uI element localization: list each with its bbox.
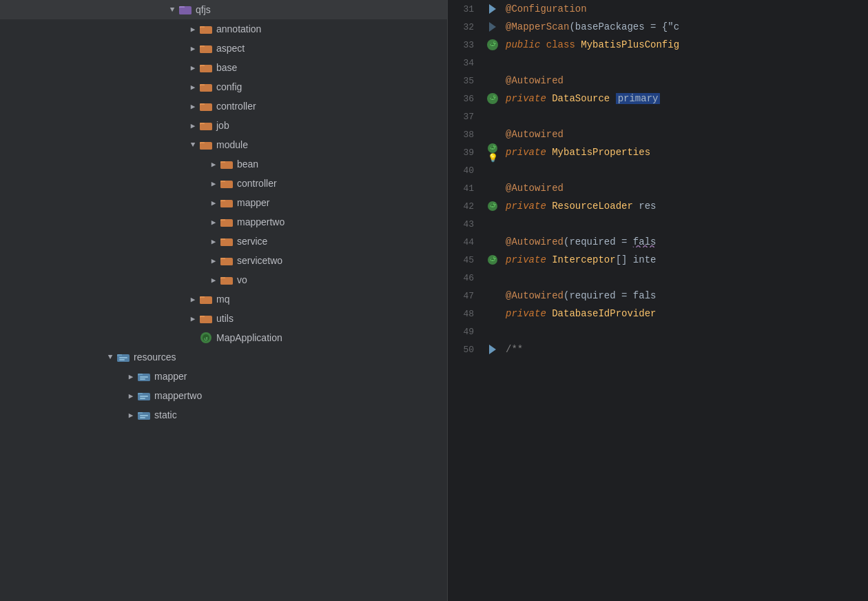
tree-item-servicetwo[interactable]: ▶ servicetwo — [0, 251, 447, 270]
code-line-35[interactable]: 35 @Autowired — [448, 72, 868, 90]
datasource-type: DataSource — [552, 93, 615, 104]
tree-item-module[interactable]: ▼ module — [0, 135, 447, 154]
code-line-33[interactable]: 33 public class MybatisPlusConfig — [448, 36, 868, 54]
code-line-46: 46 — [448, 269, 868, 287]
code-line-31[interactable]: 31 @Configuration — [448, 0, 868, 18]
code-content-31: @Configuration — [503, 3, 868, 14]
line-num-47: 47 — [448, 291, 482, 301]
svg-rect-20 — [200, 124, 212, 130]
folder-icon-mapper — [220, 197, 233, 208]
line-num-40: 40 — [448, 165, 482, 176]
folder-icon-qfjs — [179, 4, 192, 15]
bean-icon-39 — [487, 143, 498, 154]
arrow-res-mapper: ▶ — [124, 372, 138, 381]
code-line-41[interactable]: 41 @Autowired — [448, 179, 868, 197]
code-content-33: public class MybatisPlusConfig — [503, 39, 868, 50]
code-line-44[interactable]: 44 @Autowired(required = fals — [448, 233, 868, 251]
code-line-38[interactable]: 38 @Autowired — [448, 125, 868, 143]
tree-item-mappertwo[interactable]: ▶ mappertwo — [0, 212, 447, 232]
folder-icon-bean — [220, 159, 233, 170]
code-line-47[interactable]: 47 @Autowired(required = fals — [448, 287, 868, 305]
line-num-43: 43 — [448, 219, 482, 230]
kw-private-39: private — [506, 147, 552, 158]
line-num-50: 50 — [448, 345, 482, 355]
annotation-autowired-38: @Autowired — [506, 129, 564, 140]
code-line-48[interactable]: 48 private DatabaseIdProvider — [448, 305, 868, 323]
code-content-45: private Interceptor[] inte — [503, 254, 868, 265]
folder-icon-module — [200, 139, 212, 150]
tree-item-service[interactable]: ▶ service — [0, 232, 447, 251]
folder-icon-module-controller — [220, 178, 233, 189]
tree-item-res-mappertwo[interactable]: ▶ mappertwo — [0, 386, 447, 405]
arrow-aspect: ▶ — [186, 44, 200, 53]
tree-item-resources[interactable]: ▼ resources — [0, 347, 447, 367]
tree-item-qfjs[interactable]: ▼ qfjs — [0, 0, 447, 19]
code-line-40: 40 — [448, 161, 868, 179]
arrow-utils: ▶ — [186, 314, 200, 323]
arrow-mq: ▶ — [186, 295, 200, 304]
bookmark-icon-32 — [489, 22, 496, 32]
svg-rect-44 — [220, 278, 233, 285]
code-line-43: 43 — [448, 215, 868, 233]
tree-item-aspect[interactable]: ▶ aspect — [0, 39, 447, 58]
res-var: res — [639, 201, 656, 212]
required-param-47: (required = fals — [564, 290, 656, 301]
tree-item-mapper[interactable]: ▶ mapper — [0, 193, 447, 212]
svg-point-77 — [493, 95, 496, 98]
tree-item-controller[interactable]: ▶ controller — [0, 96, 447, 116]
svg-rect-26 — [220, 163, 233, 169]
svg-point-79 — [493, 145, 496, 147]
gutter-33 — [482, 39, 503, 51]
tree-item-module-controller[interactable]: ▶ controller — [0, 174, 447, 193]
tree-item-vo[interactable]: ▶ vo — [0, 270, 447, 289]
label-annotation: annotation — [216, 23, 261, 34]
svg-text:↺: ↺ — [204, 336, 208, 343]
arrow-module: ▼ — [186, 141, 200, 149]
svg-rect-32 — [220, 201, 233, 207]
code-line-42[interactable]: 42 private ResourceLoader res — [448, 197, 868, 215]
classname-mybatis: MybatisPlusConfig — [581, 39, 679, 50]
kw-private-48: private — [506, 308, 552, 319]
code-content-48: private DatabaseIdProvider — [503, 308, 868, 319]
svg-rect-63 — [140, 378, 145, 380]
dbidprovider: DatabaseIdProvider — [552, 308, 656, 319]
tree-item-res-static[interactable]: ▶ static — [0, 405, 447, 425]
resourceloader: ResourceLoader — [552, 201, 639, 212]
label-job: job — [216, 120, 229, 131]
line-num-45: 45 — [448, 255, 482, 265]
gutter-45 — [482, 254, 503, 265]
code-content-35: @Autowired — [503, 75, 868, 86]
folder-icon-res-mappertwo — [138, 390, 150, 401]
code-line-45[interactable]: 45 private Interceptor[] inte — [448, 251, 868, 269]
label-service: service — [237, 236, 267, 247]
svg-rect-68 — [140, 398, 145, 399]
code-line-36[interactable]: 36 private DataSource primary — [448, 90, 868, 108]
tree-item-bean[interactable]: ▶ bean — [0, 154, 447, 174]
tree-item-mapapplication[interactable]: ↺ MapApplication — [0, 328, 447, 347]
svg-rect-56 — [117, 356, 130, 362]
label-res-mapper: mapper — [154, 371, 187, 382]
tree-item-job[interactable]: ▶ job — [0, 116, 447, 135]
tree-item-mq[interactable]: ▶ mq — [0, 289, 447, 309]
arrow-servicetwo: ▶ — [207, 256, 220, 265]
code-line-39[interactable]: 39 💡 private MybatisProperties — [448, 143, 868, 161]
tree-item-annotation[interactable]: ▶ annotation — [0, 19, 447, 39]
tree-item-res-mapper[interactable]: ▶ mapper — [0, 367, 447, 386]
svg-rect-72 — [140, 415, 148, 416]
code-line-32[interactable]: 32 @MapperScan(basePackages = {"c — [448, 18, 868, 36]
gutter-39: 💡 — [482, 143, 503, 163]
arrow-qfjs: ▼ — [165, 6, 179, 14]
folder-icon-config — [200, 81, 212, 92]
gutter-50 — [482, 345, 503, 354]
label-module-controller: controller — [237, 178, 277, 189]
file-tree[interactable]: ▼ qfjs ▶ annotation ▶ — [0, 0, 448, 601]
folder-icon-base — [200, 62, 212, 73]
tree-item-config[interactable]: ▶ config — [0, 77, 447, 96]
tree-item-base[interactable]: ▶ base — [0, 58, 447, 77]
mapperscan-params: (basePackages = {"c — [569, 21, 679, 32]
label-resources: resources — [134, 352, 176, 363]
svg-rect-8 — [200, 47, 212, 53]
code-line-50[interactable]: 50 /** — [448, 340, 868, 358]
tree-item-utils[interactable]: ▶ utils — [0, 309, 447, 328]
svg-point-75 — [493, 41, 496, 44]
